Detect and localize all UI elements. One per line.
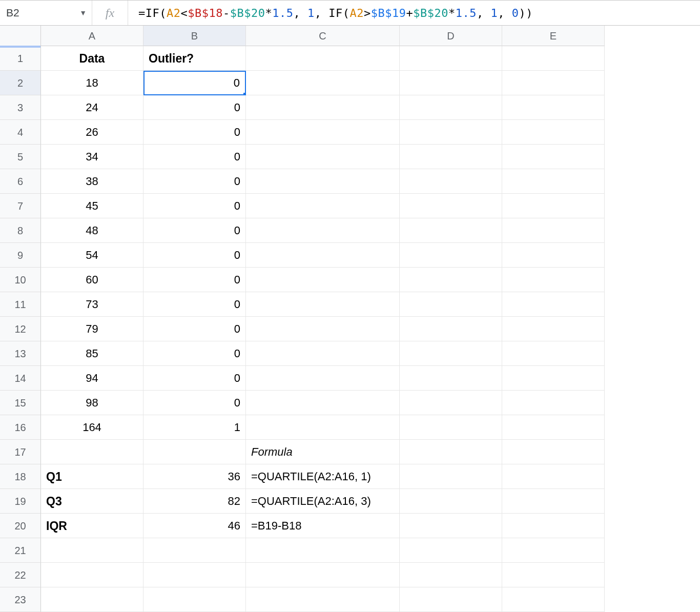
cell-A11[interactable]: 73 [41, 292, 143, 317]
cell-C2[interactable] [246, 71, 400, 95]
cell-E4[interactable] [502, 120, 605, 145]
select-all-corner[interactable] [0, 26, 41, 46]
cell-B22[interactable] [143, 563, 246, 587]
cell-E19[interactable] [502, 489, 605, 514]
cell-B20[interactable]: 46 [143, 514, 246, 538]
cell-B15[interactable]: 0 [143, 391, 246, 415]
cell-A5[interactable]: 34 [41, 145, 143, 169]
cell-D23[interactable] [400, 587, 502, 612]
cell-D19[interactable] [400, 489, 502, 514]
formula-input[interactable]: =IF(A2<$B$18-$B$20*1.5, 1, IF(A2>$B$19+$… [128, 7, 700, 19]
cell-E6[interactable] [502, 169, 605, 194]
cell-A4[interactable]: 26 [41, 120, 143, 145]
row-header-6[interactable]: 6 [0, 169, 41, 194]
cell-B4[interactable]: 0 [143, 120, 246, 145]
row-header-12[interactable]: 12 [0, 317, 41, 341]
cell-C7[interactable] [246, 194, 400, 218]
cell-E17[interactable] [502, 440, 605, 464]
cell-C10[interactable] [246, 268, 400, 292]
cell-E15[interactable] [502, 391, 605, 415]
cell-A21[interactable] [41, 538, 143, 563]
cell-B21[interactable] [143, 538, 246, 563]
cell-D20[interactable] [400, 514, 502, 538]
cell-A20[interactable]: IQR [41, 514, 143, 538]
cell-C1[interactable] [246, 46, 400, 71]
row-header-17[interactable]: 17 [0, 440, 41, 464]
row-header-5[interactable]: 5 [0, 145, 41, 169]
row-header-15[interactable]: 15 [0, 391, 41, 415]
cell-C23[interactable] [246, 587, 400, 612]
row-header-18[interactable]: 18 [0, 464, 41, 489]
cell-B11[interactable]: 0 [143, 292, 246, 317]
cell-E9[interactable] [502, 243, 605, 268]
cell-A9[interactable]: 54 [41, 243, 143, 268]
cell-A17[interactable] [41, 440, 143, 464]
row-header-10[interactable]: 10 [0, 268, 41, 292]
cell-C15[interactable] [246, 391, 400, 415]
cell-A19[interactable]: Q3 [41, 489, 143, 514]
cell-C5[interactable] [246, 145, 400, 169]
cell-B23[interactable] [143, 587, 246, 612]
cell-C8[interactable] [246, 218, 400, 243]
row-header-9[interactable]: 9 [0, 243, 41, 268]
cell-A6[interactable]: 38 [41, 169, 143, 194]
cell-D17[interactable] [400, 440, 502, 464]
cell-D3[interactable] [400, 95, 502, 120]
cell-D5[interactable] [400, 145, 502, 169]
cell-E2[interactable] [502, 71, 605, 95]
cell-C22[interactable] [246, 563, 400, 587]
cell-A14[interactable]: 94 [41, 366, 143, 391]
cell-A8[interactable]: 48 [41, 218, 143, 243]
cell-A22[interactable] [41, 563, 143, 587]
cell-E16[interactable] [502, 415, 605, 440]
row-header-13[interactable]: 13 [0, 341, 41, 366]
cell-C3[interactable] [246, 95, 400, 120]
col-header-D[interactable]: D [400, 26, 502, 46]
cell-C14[interactable] [246, 366, 400, 391]
cell-E22[interactable] [502, 563, 605, 587]
cell-C6[interactable] [246, 169, 400, 194]
cell-B10[interactable]: 0 [143, 268, 246, 292]
cell-B7[interactable]: 0 [143, 194, 246, 218]
cell-D21[interactable] [400, 538, 502, 563]
cell-A10[interactable]: 60 [41, 268, 143, 292]
cell-C12[interactable] [246, 317, 400, 341]
row-header-20[interactable]: 20 [0, 514, 41, 538]
cell-C4[interactable] [246, 120, 400, 145]
row-header-14[interactable]: 14 [0, 366, 41, 391]
cell-C21[interactable] [246, 538, 400, 563]
row-header-22[interactable]: 22 [0, 563, 41, 587]
cell-C19[interactable]: =QUARTILE(A2:A16, 3) [246, 489, 400, 514]
cell-E10[interactable] [502, 268, 605, 292]
cell-E21[interactable] [502, 538, 605, 563]
cell-E1[interactable] [502, 46, 605, 71]
cell-E3[interactable] [502, 95, 605, 120]
cell-B1[interactable]: Outlier? [143, 46, 246, 71]
cell-D9[interactable] [400, 243, 502, 268]
cell-B18[interactable]: 36 [143, 464, 246, 489]
cell-E8[interactable] [502, 218, 605, 243]
row-header-21[interactable]: 21 [0, 538, 41, 563]
cell-B12[interactable]: 0 [143, 317, 246, 341]
cell-C11[interactable] [246, 292, 400, 317]
cell-C17[interactable]: Formula [246, 440, 400, 464]
cell-B2[interactable]: 0 [143, 71, 246, 95]
cell-D7[interactable] [400, 194, 502, 218]
cell-A15[interactable]: 98 [41, 391, 143, 415]
cell-D15[interactable] [400, 391, 502, 415]
cell-D12[interactable] [400, 317, 502, 341]
cell-D16[interactable] [400, 415, 502, 440]
cell-A3[interactable]: 24 [41, 95, 143, 120]
row-header-7[interactable]: 7 [0, 194, 41, 218]
cell-D18[interactable] [400, 464, 502, 489]
cell-E23[interactable] [502, 587, 605, 612]
cell-B3[interactable]: 0 [143, 95, 246, 120]
cell-D22[interactable] [400, 563, 502, 587]
cell-B9[interactable]: 0 [143, 243, 246, 268]
cell-E7[interactable] [502, 194, 605, 218]
cell-B8[interactable]: 0 [143, 218, 246, 243]
cell-B6[interactable]: 0 [143, 169, 246, 194]
cell-A2[interactable]: 18 [41, 71, 143, 95]
cell-A7[interactable]: 45 [41, 194, 143, 218]
row-header-16[interactable]: 16 [0, 415, 41, 440]
